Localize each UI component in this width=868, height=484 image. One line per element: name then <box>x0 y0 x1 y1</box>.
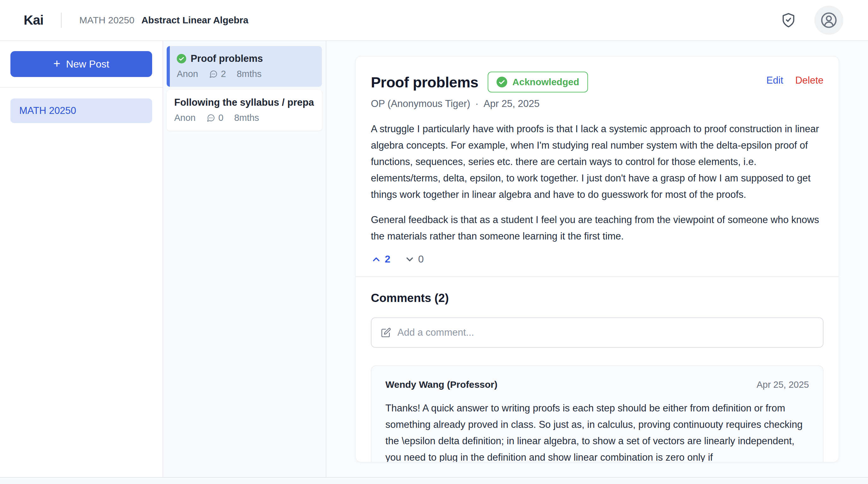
post-author: OP (Anonymous Tiger) <box>371 98 470 109</box>
post-item-meta: Anon 0 8mths <box>174 112 314 123</box>
comment-input[interactable] <box>397 327 813 338</box>
post-title: Proof problems <box>371 73 478 91</box>
new-post-button[interactable]: + New Post <box>10 51 152 77</box>
acknowledged-check-icon <box>177 54 186 63</box>
acknowledged-label: Acknowledged <box>512 77 579 87</box>
chevron-down-icon <box>404 254 415 265</box>
edit-link[interactable]: Edit <box>766 75 783 86</box>
sidebar-item-course[interactable]: MATH 20250 <box>10 98 152 123</box>
comment-card: Wendy Wang (Professor) Apr 25, 2025 Than… <box>371 365 824 462</box>
vote-row: 2 0 <box>371 253 824 265</box>
edit-pencil-icon <box>381 327 391 337</box>
card-divider <box>356 277 839 277</box>
meta-dot: · <box>475 98 478 109</box>
comment-bubble-icon <box>207 114 215 122</box>
user-avatar[interactable] <box>814 6 843 35</box>
post-item-author: Anon <box>174 112 196 123</box>
post-item-age: 8mths <box>237 69 262 79</box>
post-paragraph: A struggle I particularly have with proo… <box>371 121 824 203</box>
acknowledged-check-icon <box>496 77 507 87</box>
post-detail-card: Proof problems Acknowledged Edit Delete <box>355 56 839 462</box>
comment-body: Thanks! A quick answer to writing proofs… <box>385 400 809 462</box>
course-code: MATH 20250 <box>79 15 134 26</box>
sidebar: + New Post MATH 20250 <box>0 41 163 477</box>
comments-heading: Comments (2) <box>371 292 824 305</box>
comment-header: Wendy Wang (Professor) Apr 25, 2025 <box>385 379 809 390</box>
post-item-meta: Anon 2 8mths <box>177 69 314 79</box>
post-body: A struggle I particularly have with proo… <box>371 121 824 245</box>
sidebar-divider <box>0 87 162 88</box>
delete-link[interactable]: Delete <box>795 75 824 86</box>
content-row: + New Post MATH 20250 Proof problems <box>0 41 868 477</box>
upvote-count: 2 <box>385 253 391 265</box>
post-date: Apr 25, 2025 <box>484 98 540 109</box>
upvote-button[interactable]: 2 <box>371 253 391 265</box>
course-title: Abstract Linear Algebra <box>142 15 248 26</box>
post-item-title-row: Proof problems <box>177 53 314 64</box>
comment-bubble-icon <box>209 70 218 78</box>
post-list-item-selected[interactable]: Proof problems Anon 2 8mths <box>167 46 322 87</box>
top-bar: Kai MATH 20250 Abstract Linear Algebra <box>0 0 868 41</box>
post-item-age: 8mths <box>234 112 259 123</box>
post-paragraph: General feedback is that as a student I … <box>371 212 824 245</box>
downvote-button[interactable]: 0 <box>404 253 424 265</box>
app-logo[interactable]: Kai <box>24 12 43 28</box>
post-header: Proof problems Acknowledged Edit Delete <box>371 72 824 92</box>
new-post-label: New Post <box>66 58 109 70</box>
bottom-strip <box>0 477 868 484</box>
post-actions: Edit Delete <box>766 72 824 86</box>
post-item-author: Anon <box>177 69 198 79</box>
comment-date: Apr 25, 2025 <box>756 380 809 390</box>
sidebar-course-label: MATH 20250 <box>19 105 76 117</box>
post-item-title: Following the syllabus / prepa... <box>174 97 314 108</box>
post-item-comment-count: 0 <box>218 112 223 123</box>
post-list-item[interactable]: Following the syllabus / prepa... Anon 0… <box>167 90 322 131</box>
chevron-up-icon <box>371 254 382 265</box>
app-window: Kai MATH 20250 Abstract Linear Algebra <box>0 0 868 484</box>
post-item-title-row: Following the syllabus / prepa... <box>174 97 314 108</box>
add-comment-box[interactable] <box>371 317 824 348</box>
plus-icon: + <box>53 57 60 69</box>
downvote-count: 0 <box>418 253 424 265</box>
shield-check-icon[interactable] <box>780 12 797 28</box>
acknowledged-badge: Acknowledged <box>488 72 588 92</box>
post-item-title: Proof problems <box>191 53 263 64</box>
header-divider <box>61 12 62 28</box>
header-actions <box>780 6 843 35</box>
posts-list: Proof problems Anon 2 8mths Following t <box>163 41 327 477</box>
post-detail-pane: Proof problems Acknowledged Edit Delete <box>327 41 868 477</box>
post-item-comment-count: 2 <box>221 69 226 79</box>
comment-author: Wendy Wang (Professor) <box>385 379 497 390</box>
post-meta: OP (Anonymous Tiger) · Apr 25, 2025 <box>371 98 824 109</box>
